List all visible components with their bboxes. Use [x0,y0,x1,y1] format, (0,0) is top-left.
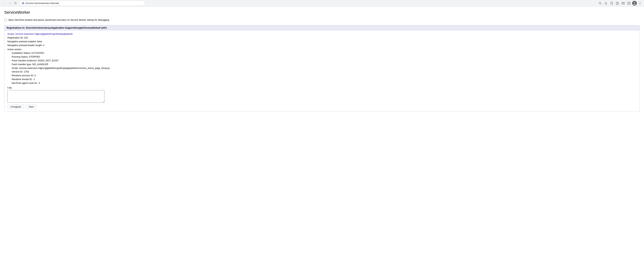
reload-button[interactable]: ↻ [13,1,18,6]
unregister-button[interactable]: Unregister [7,105,24,109]
fetch-handler-existence: Fetch handler existence: DOES_NOT_EXIST [12,59,637,63]
media-button[interactable] [621,1,626,6]
debug-checkbox[interactable] [4,19,7,21]
active-worker-label: Active worker: [7,48,637,52]
extensions-button[interactable] [615,1,620,6]
svg-rect-5 [622,2,624,4]
nav-preload-header-length: Navigation preload header length: 4 [7,44,637,47]
address-text: chrome://serviceworker-internals [25,2,143,5]
version-id: Version ID: 1753 [12,70,637,74]
worker-details: Installation Status: ACTIVATED Running S… [7,51,637,85]
registration-section: Scope: chrome-extension://djjmngfglakhkh… [4,30,640,111]
chrome-favicon-icon [22,2,24,5]
page-content: ServiceWorker Open DevTools window and p… [0,7,644,115]
profile-icon[interactable] [632,1,637,6]
fetch-handler-type: Fetch handler type: NO_HANDLER [12,63,637,66]
address-bar[interactable]: chrome://serviceworker-internals [20,1,145,6]
registration-id: Registration ID: 231 [7,36,637,40]
scope-link[interactable]: Scope: chrome-extension://djjmngfglakhkh… [7,33,637,35]
log-textarea[interactable] [7,90,104,103]
splitscreen-button[interactable] [626,1,632,6]
renderer-thread-id: Renderer thread ID: -1 [12,78,637,81]
share-button[interactable] [604,1,608,6]
nav-buttons: ← → ↻ [2,1,18,6]
browser-chrome: ← → ↻ chrome://serviceworker-internals [0,0,644,7]
button-row: Unregister Start [7,105,637,109]
svg-point-14 [640,4,640,4]
svg-line-3 [600,4,601,4]
start-button[interactable]: Start [26,105,37,109]
svg-point-12 [640,2,640,3]
svg-point-13 [640,3,640,4]
forward-button[interactable]: → [7,1,12,6]
toolbar-icons [598,1,642,6]
page-title: ServiceWorker [4,10,640,15]
renderer-process-id: Renderer process ID: 0 [12,74,637,78]
log-label: Log: [7,86,637,90]
bookmark-button[interactable] [609,1,614,6]
log-section: Log: [7,86,637,103]
svg-point-1 [22,3,23,4]
registrations-header: Registrations in: /Users/forinton/Librar… [4,25,640,30]
debug-label: Open DevTools window and pause JavaScrip… [8,18,110,22]
svg-rect-4 [616,3,618,5]
svg-point-11 [634,2,635,4]
script: Script: chrome-extension://djjmngfglakhk… [12,66,637,70]
installation-status: Installation Status: ACTIVATED [12,51,637,55]
nav-preload-enabled: Navigation preload enabled: false [7,40,637,44]
chrome-menu-button[interactable] [638,1,642,6]
debug-checkbox-row: Open DevTools window and pause JavaScrip… [4,18,640,22]
running-status: Running Status: STOPPED [12,55,637,59]
search-button[interactable] [598,1,603,6]
devtools-agent-route-id: DevTools agent route ID: -2 [12,81,637,85]
back-button[interactable]: ← [2,1,6,6]
